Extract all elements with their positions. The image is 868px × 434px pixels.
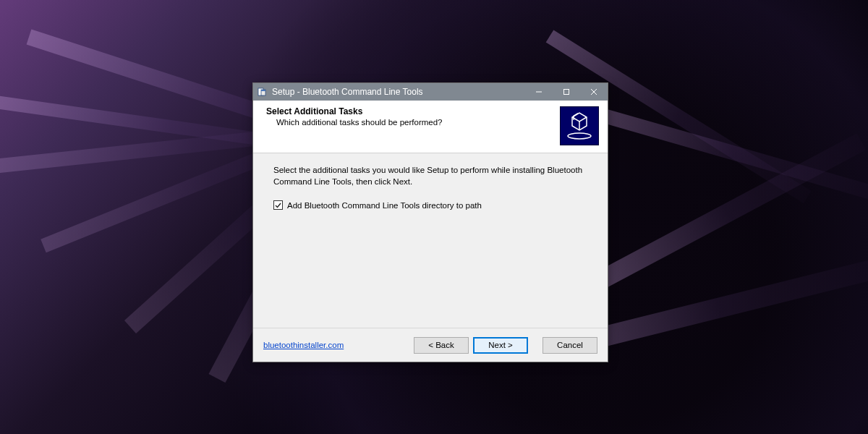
page-subheading: Which additional tasks should be perform… bbox=[276, 118, 443, 127]
add-to-path-row[interactable]: Add Bluetooth Command Line Tools directo… bbox=[273, 200, 587, 210]
setup-dialog: Setup - Bluetooth Command Line Tools Sel… bbox=[252, 82, 608, 362]
window-title: Setup - Bluetooth Command Line Tools bbox=[271, 83, 525, 101]
back-button[interactable]: < Back bbox=[414, 337, 469, 354]
setup-box-icon bbox=[560, 106, 599, 145]
wizard-footer: bluetoothinstaller.com < Back Next > Can… bbox=[253, 328, 608, 362]
svg-rect-2 bbox=[261, 90, 265, 91]
close-button[interactable] bbox=[580, 83, 608, 101]
instruction-text: Select the additional tasks you would li… bbox=[273, 165, 587, 187]
vendor-link[interactable]: bluetoothinstaller.com bbox=[263, 341, 344, 349]
installer-icon bbox=[253, 83, 271, 101]
titlebar[interactable]: Setup - Bluetooth Command Line Tools bbox=[253, 83, 608, 101]
add-to-path-label: Add Bluetooth Command Line Tools directo… bbox=[287, 201, 482, 210]
svg-point-7 bbox=[568, 133, 591, 139]
maximize-button[interactable] bbox=[553, 83, 580, 101]
page-heading: Select Additional Tasks bbox=[266, 106, 443, 116]
minimize-button[interactable] bbox=[525, 83, 553, 101]
cancel-button[interactable]: Cancel bbox=[542, 337, 597, 354]
wizard-body: Select the additional tasks you would li… bbox=[253, 153, 608, 328]
svg-rect-4 bbox=[564, 90, 569, 95]
add-to-path-checkbox[interactable] bbox=[273, 200, 283, 210]
next-button[interactable]: Next > bbox=[473, 337, 528, 354]
wizard-header: Select Additional Tasks Which additional… bbox=[253, 101, 608, 153]
